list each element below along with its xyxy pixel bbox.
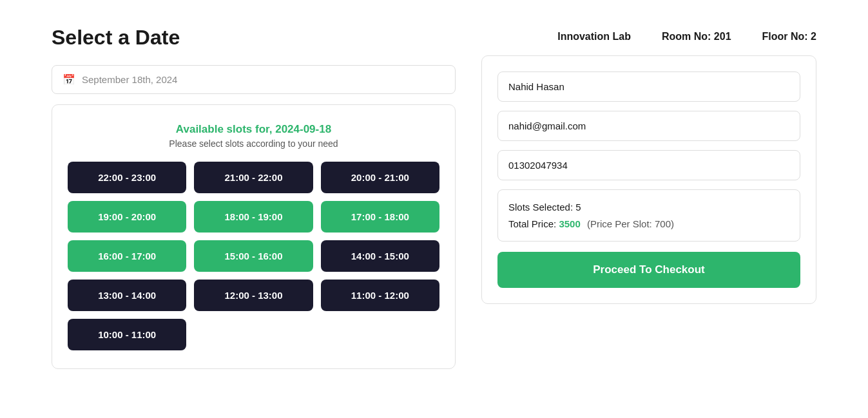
slots-grid: 22:00 - 23:0021:00 - 22:0020:00 - 21:001… (68, 162, 439, 350)
slot-button[interactable]: 16:00 - 17:00 (68, 240, 186, 272)
slot-button[interactable]: 11:00 - 12:00 (321, 280, 439, 311)
name-input[interactable] (497, 71, 800, 102)
slot-button[interactable]: 21:00 - 22:00 (194, 162, 313, 193)
slots-selected-row: Slots Selected: 5 (508, 199, 789, 216)
slot-button[interactable]: 20:00 - 21:00 (321, 162, 439, 193)
top-meta: Innovation Lab Room No: 201 Floor No: 2 (481, 26, 816, 43)
slot-button[interactable]: 12:00 - 13:00 (194, 280, 313, 311)
email-input[interactable] (497, 111, 800, 141)
page-title: Select a Date (52, 26, 456, 50)
slot-button[interactable]: 10:00 - 11:00 (68, 319, 186, 350)
price-per-slot-label: (Price Per Slot: 700) (587, 218, 674, 229)
date-picker[interactable]: 📅 September 18th, 2024 (52, 65, 456, 94)
right-panel: Innovation Lab Room No: 201 Floor No: 2 … (481, 26, 816, 304)
slot-button[interactable]: 13:00 - 14:00 (68, 280, 186, 311)
slots-title: Available slots for, 2024-09-18 (68, 123, 439, 136)
slot-button[interactable]: 18:00 - 19:00 (194, 201, 313, 233)
booking-card: Slots Selected: 5 Total Price: 3500 (Pri… (481, 55, 816, 304)
slot-button[interactable]: 19:00 - 20:00 (68, 201, 186, 233)
slots-date-highlight: 2024-09-18 (275, 123, 331, 135)
slot-button[interactable]: 22:00 - 23:00 (68, 162, 186, 193)
slot-button[interactable]: 15:00 - 16:00 (194, 240, 313, 272)
slots-container: Available slots for, 2024-09-18 Please s… (52, 104, 456, 369)
total-price-value: 3500 (559, 218, 580, 229)
total-price-row: Total Price: 3500 (Price Per Slot: 700) (508, 216, 789, 233)
summary-box: Slots Selected: 5 Total Price: 3500 (Pri… (497, 189, 800, 242)
left-panel: Select a Date 📅 September 18th, 2024 Ava… (52, 26, 456, 369)
calendar-icon: 📅 (63, 73, 75, 86)
slots-selected-count: 5 (575, 202, 581, 213)
slots-subtitle: Please select slots according to your ne… (68, 138, 439, 149)
room-number: Room No: 201 (662, 31, 731, 43)
slots-header: Available slots for, 2024-09-18 Please s… (68, 123, 439, 149)
floor-number: Floor No: 2 (762, 31, 816, 43)
slots-selected-label: Slots Selected: (508, 202, 573, 213)
total-price-label: Total Price: (508, 218, 556, 229)
lab-name: Innovation Lab (557, 31, 631, 43)
slot-button[interactable]: 17:00 - 18:00 (321, 201, 439, 233)
phone-input[interactable] (497, 150, 800, 180)
slot-button[interactable]: 14:00 - 15:00 (321, 240, 439, 272)
date-picker-value: September 18th, 2024 (82, 74, 177, 85)
checkout-button[interactable]: Proceed To Checkout (497, 252, 800, 288)
